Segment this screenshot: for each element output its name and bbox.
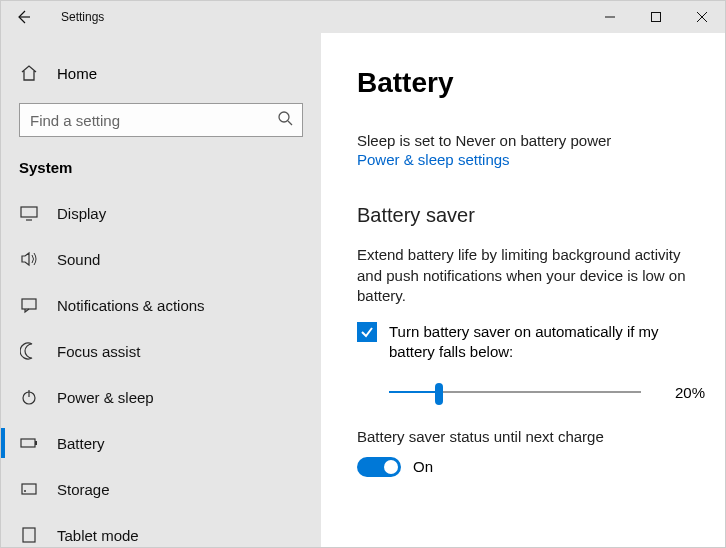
sidebar-item-label: Storage (57, 481, 110, 498)
toggle-state-label: On (413, 458, 433, 475)
settings-window: Settings Home (0, 0, 726, 548)
sidebar-section-header: System (5, 155, 317, 190)
sidebar-item-tablet-mode[interactable]: Tablet mode (5, 512, 317, 547)
sidebar-item-label: Sound (57, 251, 100, 268)
svg-point-1 (279, 112, 289, 122)
svg-rect-9 (23, 528, 35, 542)
sidebar-item-label: Tablet mode (57, 527, 139, 544)
titlebar: Settings (1, 1, 725, 33)
sidebar-item-label: Display (57, 205, 106, 222)
sidebar-item-battery[interactable]: Battery (5, 420, 317, 466)
search-input[interactable] (19, 103, 303, 137)
sidebar-item-label: Notifications & actions (57, 297, 205, 314)
sidebar-item-sound[interactable]: Sound (5, 236, 317, 282)
svg-rect-5 (21, 439, 35, 447)
saver-status-label: Battery saver status until next charge (357, 427, 705, 447)
svg-rect-0 (652, 13, 661, 22)
maximize-button[interactable] (633, 1, 679, 33)
close-button[interactable] (679, 1, 725, 33)
slider-fill (389, 391, 439, 393)
auto-saver-checkbox[interactable] (357, 322, 377, 342)
svg-point-8 (24, 490, 26, 492)
sleep-status-text: Sleep is set to Never on battery power (357, 131, 705, 151)
checkmark-icon (360, 325, 374, 339)
minimize-button[interactable] (587, 1, 633, 33)
notifications-icon (19, 295, 39, 315)
sidebar-item-label: Battery (57, 435, 105, 452)
storage-icon (19, 479, 39, 499)
battery-threshold-slider[interactable] (389, 381, 641, 405)
power-icon (19, 387, 39, 407)
sound-icon (19, 249, 39, 269)
sidebar-item-label: Power & sleep (57, 389, 154, 406)
display-icon (19, 203, 39, 223)
sidebar-item-power-sleep[interactable]: Power & sleep (5, 374, 317, 420)
tablet-icon (19, 525, 39, 545)
sidebar-item-storage[interactable]: Storage (5, 466, 317, 512)
battery-saver-heading: Battery saver (357, 204, 705, 227)
home-icon (19, 63, 39, 83)
power-sleep-link[interactable]: Power & sleep settings (357, 151, 705, 168)
sidebar-item-focus-assist[interactable]: Focus assist (5, 328, 317, 374)
search-icon (277, 110, 295, 132)
svg-rect-6 (35, 441, 37, 445)
auto-saver-label: Turn battery saver on automatically if m… (389, 322, 705, 363)
home-nav[interactable]: Home (5, 53, 317, 93)
focus-assist-icon (19, 341, 39, 361)
toggle-knob (384, 460, 398, 474)
sidebar-item-notifications[interactable]: Notifications & actions (5, 282, 317, 328)
slider-value: 20% (665, 384, 705, 401)
back-button[interactable] (13, 7, 33, 27)
svg-rect-7 (22, 484, 36, 494)
svg-rect-2 (21, 207, 37, 217)
home-label: Home (57, 65, 97, 82)
battery-icon (19, 433, 39, 453)
slider-thumb[interactable] (435, 383, 443, 405)
saver-status-toggle[interactable] (357, 457, 401, 477)
sidebar: Home System Display Sound (1, 33, 321, 547)
battery-saver-description: Extend battery life by limiting backgrou… (357, 245, 705, 306)
sidebar-item-label: Focus assist (57, 343, 140, 360)
window-title: Settings (61, 10, 104, 24)
page-title: Battery (357, 67, 705, 99)
sidebar-item-display[interactable]: Display (5, 190, 317, 236)
svg-rect-3 (22, 299, 36, 309)
content-pane: Battery Sleep is set to Never on battery… (321, 33, 725, 547)
